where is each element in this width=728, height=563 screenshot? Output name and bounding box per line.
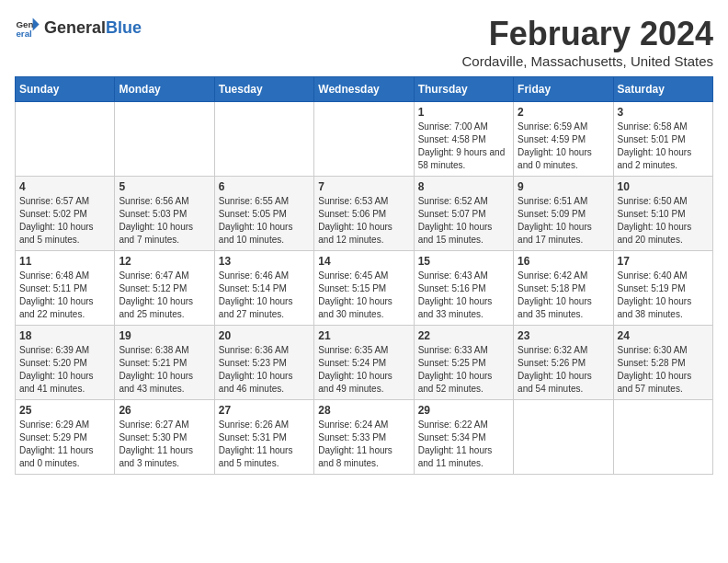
col-header-sunday: Sunday xyxy=(16,77,115,102)
logo: Gen eral GeneralBlue xyxy=(15,15,142,40)
day-info: Sunrise: 6:27 AM Sunset: 5:30 PM Dayligh… xyxy=(119,419,210,470)
calendar-week-3: 11Sunrise: 6:48 AM Sunset: 5:11 PM Dayli… xyxy=(16,251,713,326)
calendar-cell xyxy=(514,400,613,475)
month-year-title: February 2024 xyxy=(462,15,713,53)
calendar-cell: 18Sunrise: 6:39 AM Sunset: 5:20 PM Dayli… xyxy=(16,326,115,400)
calendar-cell: 7Sunrise: 6:53 AM Sunset: 5:06 PM Daylig… xyxy=(314,177,414,251)
calendar-cell: 12Sunrise: 6:47 AM Sunset: 5:12 PM Dayli… xyxy=(115,251,214,326)
calendar-cell xyxy=(115,102,214,177)
day-info: Sunrise: 7:00 AM Sunset: 4:58 PM Dayligh… xyxy=(418,121,509,172)
calendar-cell: 16Sunrise: 6:42 AM Sunset: 5:18 PM Dayli… xyxy=(514,251,613,326)
day-info: Sunrise: 6:47 AM Sunset: 5:12 PM Dayligh… xyxy=(119,270,210,321)
col-header-monday: Monday xyxy=(115,77,214,102)
calendar-cell: 22Sunrise: 6:33 AM Sunset: 5:25 PM Dayli… xyxy=(414,326,513,400)
day-info: Sunrise: 6:24 AM Sunset: 5:33 PM Dayligh… xyxy=(318,419,409,470)
day-number: 15 xyxy=(418,255,509,268)
day-number: 19 xyxy=(119,329,210,342)
calendar-cell: 4Sunrise: 6:57 AM Sunset: 5:02 PM Daylig… xyxy=(16,177,115,251)
calendar-cell: 26Sunrise: 6:27 AM Sunset: 5:30 PM Dayli… xyxy=(115,400,214,475)
day-number: 14 xyxy=(318,255,409,268)
calendar-cell: 19Sunrise: 6:38 AM Sunset: 5:21 PM Dayli… xyxy=(115,326,214,400)
calendar-cell: 8Sunrise: 6:52 AM Sunset: 5:07 PM Daylig… xyxy=(414,177,513,251)
day-info: Sunrise: 6:30 AM Sunset: 5:28 PM Dayligh… xyxy=(618,344,709,396)
day-info: Sunrise: 6:29 AM Sunset: 5:29 PM Dayligh… xyxy=(19,419,110,470)
day-info: Sunrise: 6:35 AM Sunset: 5:24 PM Dayligh… xyxy=(318,344,409,396)
svg-marker-2 xyxy=(33,18,40,31)
calendar-cell: 3Sunrise: 6:58 AM Sunset: 5:01 PM Daylig… xyxy=(613,102,712,177)
calendar-cell: 13Sunrise: 6:46 AM Sunset: 5:14 PM Dayli… xyxy=(214,251,313,326)
calendar-cell: 17Sunrise: 6:40 AM Sunset: 5:19 PM Dayli… xyxy=(613,251,712,326)
day-info: Sunrise: 6:36 AM Sunset: 5:23 PM Dayligh… xyxy=(219,344,310,396)
day-info: Sunrise: 6:58 AM Sunset: 5:01 PM Dayligh… xyxy=(618,121,709,172)
location-subtitle: Cordaville, Massachusetts, United States xyxy=(462,53,713,69)
calendar-week-2: 4Sunrise: 6:57 AM Sunset: 5:02 PM Daylig… xyxy=(16,177,713,251)
day-number: 28 xyxy=(318,404,409,417)
day-info: Sunrise: 6:52 AM Sunset: 5:07 PM Dayligh… xyxy=(418,195,509,247)
day-number: 20 xyxy=(219,329,310,342)
calendar-cell: 23Sunrise: 6:32 AM Sunset: 5:26 PM Dayli… xyxy=(514,326,613,400)
logo-blue: Blue xyxy=(106,18,142,38)
day-number: 2 xyxy=(518,106,609,119)
day-number: 7 xyxy=(318,180,409,193)
day-info: Sunrise: 6:43 AM Sunset: 5:16 PM Dayligh… xyxy=(418,270,509,321)
calendar-cell: 10Sunrise: 6:50 AM Sunset: 5:10 PM Dayli… xyxy=(613,177,712,251)
day-number: 26 xyxy=(119,404,210,417)
day-number: 9 xyxy=(518,180,609,193)
day-info: Sunrise: 6:53 AM Sunset: 5:06 PM Dayligh… xyxy=(318,195,409,247)
calendar-cell: 25Sunrise: 6:29 AM Sunset: 5:29 PM Dayli… xyxy=(16,400,115,475)
col-header-friday: Friday xyxy=(514,77,613,102)
calendar-cell: 28Sunrise: 6:24 AM Sunset: 5:33 PM Dayli… xyxy=(314,400,414,475)
calendar-cell: 15Sunrise: 6:43 AM Sunset: 5:16 PM Dayli… xyxy=(414,251,513,326)
day-number: 5 xyxy=(119,180,210,193)
calendar-cell: 5Sunrise: 6:56 AM Sunset: 5:03 PM Daylig… xyxy=(115,177,214,251)
day-info: Sunrise: 6:57 AM Sunset: 5:02 PM Dayligh… xyxy=(19,195,110,247)
day-info: Sunrise: 6:48 AM Sunset: 5:11 PM Dayligh… xyxy=(19,270,110,321)
calendar-cell: 6Sunrise: 6:55 AM Sunset: 5:05 PM Daylig… xyxy=(214,177,313,251)
calendar-header-row: SundayMondayTuesdayWednesdayThursdayFrid… xyxy=(16,77,713,102)
day-info: Sunrise: 6:59 AM Sunset: 4:59 PM Dayligh… xyxy=(518,121,609,172)
calendar-cell: 11Sunrise: 6:48 AM Sunset: 5:11 PM Dayli… xyxy=(16,251,115,326)
day-info: Sunrise: 6:38 AM Sunset: 5:21 PM Dayligh… xyxy=(119,344,210,396)
day-number: 23 xyxy=(518,329,609,342)
logo-wordmark: GeneralBlue xyxy=(44,18,142,38)
calendar-cell: 9Sunrise: 6:51 AM Sunset: 5:09 PM Daylig… xyxy=(514,177,613,251)
logo-general: General xyxy=(44,18,106,38)
day-number: 3 xyxy=(618,106,709,119)
day-info: Sunrise: 6:22 AM Sunset: 5:34 PM Dayligh… xyxy=(418,419,509,470)
day-info: Sunrise: 6:45 AM Sunset: 5:15 PM Dayligh… xyxy=(318,270,409,321)
day-number: 12 xyxy=(119,255,210,268)
day-number: 13 xyxy=(219,255,310,268)
day-number: 24 xyxy=(618,329,709,342)
day-number: 21 xyxy=(318,329,409,342)
calendar-cell: 14Sunrise: 6:45 AM Sunset: 5:15 PM Dayli… xyxy=(314,251,414,326)
day-info: Sunrise: 6:42 AM Sunset: 5:18 PM Dayligh… xyxy=(518,270,609,321)
calendar-cell: 24Sunrise: 6:30 AM Sunset: 5:28 PM Dayli… xyxy=(613,326,712,400)
calendar-cell: 27Sunrise: 6:26 AM Sunset: 5:31 PM Dayli… xyxy=(214,400,313,475)
day-number: 25 xyxy=(19,404,110,417)
calendar-cell xyxy=(214,102,313,177)
calendar-cell: 20Sunrise: 6:36 AM Sunset: 5:23 PM Dayli… xyxy=(214,326,313,400)
day-info: Sunrise: 6:33 AM Sunset: 5:25 PM Dayligh… xyxy=(418,344,509,396)
calendar-cell: 29Sunrise: 6:22 AM Sunset: 5:34 PM Dayli… xyxy=(414,400,513,475)
col-header-saturday: Saturday xyxy=(613,77,712,102)
col-header-wednesday: Wednesday xyxy=(314,77,414,102)
day-number: 10 xyxy=(618,180,709,193)
svg-text:eral: eral xyxy=(16,29,32,39)
calendar-cell: 21Sunrise: 6:35 AM Sunset: 5:24 PM Dayli… xyxy=(314,326,414,400)
day-number: 8 xyxy=(418,180,509,193)
day-info: Sunrise: 6:39 AM Sunset: 5:20 PM Dayligh… xyxy=(19,344,110,396)
calendar-week-5: 25Sunrise: 6:29 AM Sunset: 5:29 PM Dayli… xyxy=(16,400,713,475)
day-info: Sunrise: 6:32 AM Sunset: 5:26 PM Dayligh… xyxy=(518,344,609,396)
day-info: Sunrise: 6:26 AM Sunset: 5:31 PM Dayligh… xyxy=(219,419,310,470)
day-number: 18 xyxy=(19,329,110,342)
page-header: Gen eral GeneralBlue February 2024 Corda… xyxy=(15,15,713,69)
day-number: 22 xyxy=(418,329,509,342)
calendar-cell: 2Sunrise: 6:59 AM Sunset: 4:59 PM Daylig… xyxy=(514,102,613,177)
calendar-table: SundayMondayTuesdayWednesdayThursdayFrid… xyxy=(15,76,713,475)
calendar-week-1: 1Sunrise: 7:00 AM Sunset: 4:58 PM Daylig… xyxy=(16,102,713,177)
day-number: 29 xyxy=(418,404,509,417)
day-number: 6 xyxy=(219,180,310,193)
day-info: Sunrise: 6:40 AM Sunset: 5:19 PM Dayligh… xyxy=(618,270,709,321)
day-number: 27 xyxy=(219,404,310,417)
col-header-tuesday: Tuesday xyxy=(214,77,313,102)
